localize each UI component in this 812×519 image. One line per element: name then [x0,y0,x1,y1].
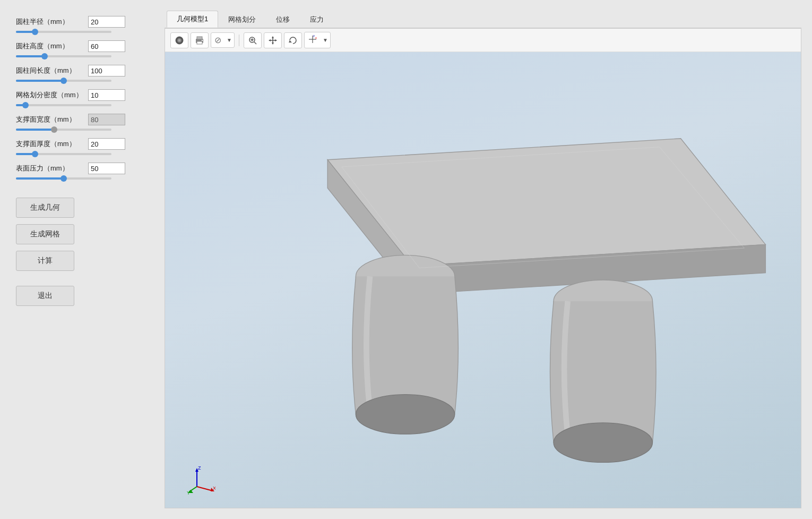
param-input-mesh-density[interactable] [88,89,125,101]
svg-marker-16 [275,39,277,41]
tab-stress[interactable]: 应力 [300,11,334,28]
svg-line-33 [197,487,213,491]
param-group-cylinder-height: 圆柱高度（mm） [16,40,154,57]
calculate-button[interactable]: 计算 [16,251,74,271]
zoom-button[interactable] [244,32,262,48]
param-group-surface-pressure: 表面压力（mm） [16,163,154,180]
svg-marker-17 [289,40,292,42]
param-label-cylinder-spacing: 圆柱间长度（mm） [16,66,85,75]
param-row-cylinder-radius: 圆柱半径（mm） [16,16,154,28]
slider-support-thickness[interactable] [16,153,154,155]
slider-cylinder-height[interactable] [16,55,154,57]
param-group-cylinder-radius: 圆柱半径（mm） [16,16,154,33]
print-button[interactable] [191,32,209,48]
filter-icon: ⊘ [211,33,224,47]
camera-button[interactable] [170,32,188,48]
generate-mesh-button[interactable]: 生成网格 [16,224,74,244]
param-input-support-thickness[interactable] [88,138,125,150]
svg-point-2 [178,39,180,41]
right-panel: 几何模型1 网格划分 位移 应力 [165,0,812,519]
param-row-cylinder-spacing: 圆柱间长度（mm） [16,65,154,76]
param-row-support-width: 支撑面宽度（mm） [16,114,154,125]
tab-bar: 几何模型1 网格划分 位移 应力 [165,11,801,28]
svg-point-28 [554,423,652,463]
svg-text:y: y [313,35,315,37]
param-label-support-width: 支撑面宽度（mm） [16,115,85,124]
svg-text:Z: Z [198,465,201,471]
toolbar-separator-1 [239,35,239,46]
param-group-support-thickness: 支撑面厚度（mm） [16,138,154,155]
param-input-surface-pressure[interactable] [88,163,125,174]
left-panel: 圆柱半径（mm）圆柱高度（mm）圆柱间长度（mm）网格划分密度（mm）支撑面宽度… [0,0,165,519]
svg-text:Y: Y [187,490,190,495]
viewport-3d[interactable]: Z X Y [165,52,801,508]
axis-dropdown[interactable]: x y ▼ [304,32,331,48]
param-label-surface-pressure: 表面压力（mm） [16,164,85,173]
toolbar: ⊘ ▼ [165,29,801,52]
model-3d-view [165,52,801,508]
param-group-cylinder-spacing: 圆柱间长度（mm） [16,65,154,82]
param-input-cylinder-radius[interactable] [88,16,125,28]
svg-line-8 [254,42,256,44]
param-label-cylinder-height: 圆柱高度（mm） [16,41,85,51]
param-group-mesh-density: 网格划分密度（mm） [16,89,154,106]
svg-rect-5 [197,41,202,44]
svg-rect-4 [197,37,202,39]
viewport-container: ⊘ ▼ [165,28,801,508]
filter-dropdown-arrow[interactable]: ▼ [224,35,234,45]
param-input-support-width [88,114,125,125]
param-row-surface-pressure: 表面压力（mm） [16,163,154,174]
axis-dropdown-arrow[interactable]: ▼ [321,35,330,45]
move-button[interactable] [264,32,282,48]
generate-geometry-button[interactable]: 生成几何 [16,198,74,218]
svg-marker-14 [272,42,274,45]
svg-text:X: X [213,486,215,491]
tab-mesh[interactable]: 网格划分 [218,11,266,28]
param-group-support-width: 支撑面宽度（mm） [16,114,154,131]
slider-support-width[interactable] [16,129,154,131]
svg-marker-13 [272,36,274,38]
filter-dropdown[interactable]: ⊘ ▼ [211,32,235,48]
param-input-cylinder-spacing[interactable] [88,65,125,76]
tab-geometry[interactable]: 几何模型1 [167,11,218,28]
param-label-mesh-density: 网格划分密度（mm） [16,90,85,100]
slider-surface-pressure[interactable] [16,177,154,180]
param-row-mesh-density: 网格划分密度（mm） [16,89,154,101]
param-row-support-thickness: 支撑面厚度（mm） [16,138,154,150]
rotate-button[interactable] [284,32,302,48]
slider-cylinder-radius[interactable] [16,31,154,33]
svg-marker-15 [269,39,271,41]
svg-text:x: x [315,36,317,39]
svg-rect-6 [202,40,203,41]
params-container: 圆柱半径（mm）圆柱高度（mm）圆柱间长度（mm）网格划分密度（mm）支撑面宽度… [16,16,154,187]
quit-button[interactable]: 退出 [16,286,74,306]
param-input-cylinder-height[interactable] [88,40,125,52]
svg-point-26 [356,395,454,435]
axis-icon: x y [305,32,321,48]
slider-mesh-density[interactable] [16,104,154,106]
axis-indicator: Z X Y [186,465,213,492]
slider-cylinder-spacing[interactable] [16,80,154,82]
param-label-cylinder-radius: 圆柱半径（mm） [16,17,85,27]
tab-displacement[interactable]: 位移 [266,11,300,28]
param-label-support-thickness: 支撑面厚度（mm） [16,139,85,149]
param-row-cylinder-height: 圆柱高度（mm） [16,40,154,52]
button-group: 生成几何 生成网格 计算 退出 [16,198,154,306]
